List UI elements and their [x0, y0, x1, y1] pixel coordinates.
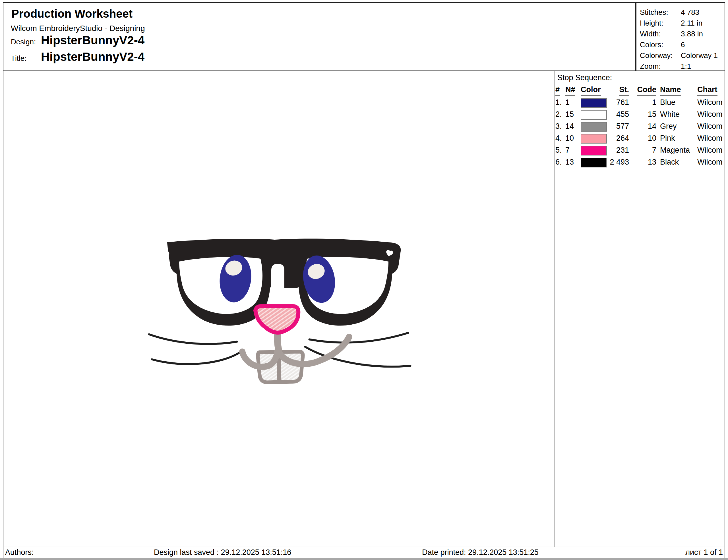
- footer-divider: [3, 547, 725, 547]
- whisker-top-right: [309, 333, 408, 342]
- col-header-n: N#: [565, 85, 580, 96]
- col-header-st: St.: [601, 85, 629, 96]
- header-box: Production Worksheet Wilcom EmbroiderySt…: [3, 2, 636, 71]
- nose: [255, 306, 298, 332]
- stat-stitches: Stitches:4 783: [640, 7, 722, 18]
- design-label: Design:: [11, 38, 36, 46]
- whisker-bottom-left: [152, 351, 242, 364]
- page-title: Production Worksheet: [11, 7, 133, 20]
- stats-box: Stitches:4 783 Height:2.11 in Width:3.88…: [636, 2, 725, 71]
- bunny-face-design: [148, 236, 418, 395]
- page-bottom-edge: [0, 558, 728, 560]
- stop-sequence-title: Stop Sequence:: [557, 73, 612, 82]
- title-label: Title:: [11, 54, 26, 63]
- design-value: HipsterBunnyV2-4: [41, 34, 144, 47]
- col-header-code: Code: [634, 85, 656, 96]
- production-worksheet-page: Production Worksheet Wilcom EmbroiderySt…: [0, 0, 728, 560]
- authors-label: Authors:: [5, 548, 34, 557]
- date-printed: Date printed: 29.12.2025 13:51:25: [422, 548, 539, 557]
- title-value: HipsterBunnyV2-4: [41, 50, 144, 64]
- whisker-top-left: [149, 334, 237, 344]
- stat-colorway: Colorway:Colorway 1: [640, 50, 722, 61]
- panel-divider: [555, 71, 555, 547]
- app-name: Wilcom EmbroideryStudio - Designing: [11, 24, 145, 33]
- stat-colors: Colors:6: [640, 39, 722, 50]
- stat-zoom: Zoom:1:1: [640, 61, 722, 72]
- col-header-chart: Chart: [697, 85, 725, 96]
- col-header-num: #: [555, 85, 565, 96]
- keyhole-bridge-notch: [271, 264, 284, 288]
- whisker-bottom-right: [305, 347, 410, 367]
- stat-height: Height:2.11 in: [640, 18, 722, 28]
- design-last-saved: Design last saved : 29.12.2025 13:51:16: [154, 548, 291, 557]
- page-number: лист 1 of 1: [663, 548, 723, 557]
- col-header-name: Name: [660, 85, 696, 96]
- stat-width: Width:3.88 in: [640, 28, 722, 39]
- mouth-and-teeth: [242, 331, 349, 382]
